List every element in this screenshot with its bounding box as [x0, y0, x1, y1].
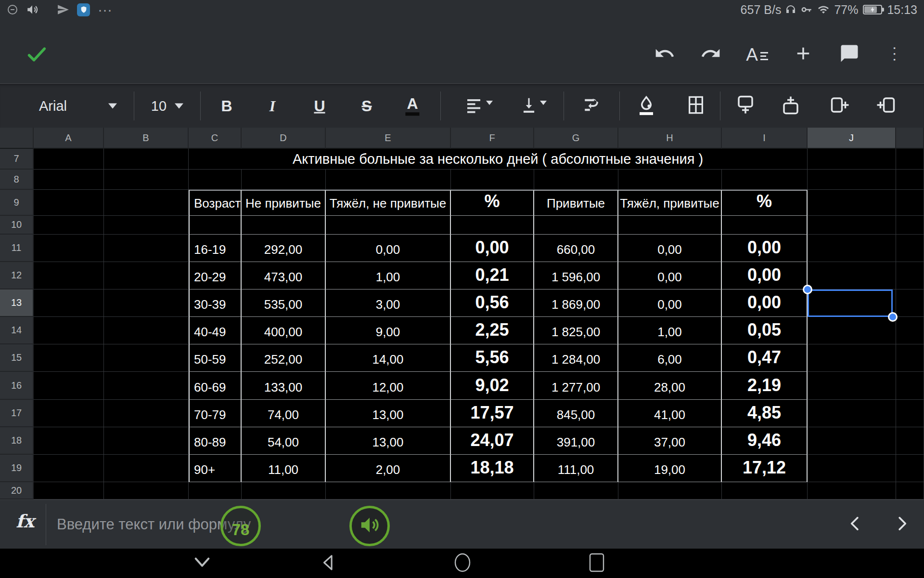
cell-H9[interactable]: Тяжёл, привитые — [618, 190, 722, 216]
cell-C13[interactable]: 30-39 — [189, 289, 242, 317]
text-color-button[interactable]: A — [405, 96, 419, 116]
cell-D9[interactable]: Не привитые — [242, 190, 326, 216]
cell-H11[interactable]: 0,00 — [618, 235, 722, 262]
cell-B14[interactable] — [104, 317, 189, 344]
cell-K9[interactable] — [896, 190, 924, 216]
cell-F11[interactable]: 0,00 — [451, 235, 534, 262]
cell-A11[interactable] — [34, 235, 104, 262]
cell-F9[interactable]: % — [451, 190, 534, 216]
cell-C18[interactable]: 80-89 — [189, 427, 242, 455]
cell-J17[interactable] — [808, 400, 896, 427]
redo-button[interactable] — [699, 41, 723, 67]
cell-G15[interactable]: 1 284,00 — [534, 344, 618, 372]
cell-F20[interactable] — [451, 482, 534, 499]
cell-A18[interactable] — [34, 427, 104, 455]
cell-A15[interactable] — [34, 344, 104, 372]
font-name-dropdown[interactable]: Arial — [39, 98, 67, 114]
column-header-A[interactable]: A — [34, 128, 104, 149]
cell-B8[interactable] — [104, 170, 189, 190]
column-header-H[interactable]: H — [618, 128, 722, 149]
row-header-20[interactable]: 20 — [0, 482, 34, 499]
home-button[interactable] — [446, 550, 479, 577]
cell-B18[interactable] — [104, 427, 189, 455]
cell-B9[interactable] — [104, 190, 189, 216]
cell-F14[interactable]: 2,25 — [451, 317, 534, 344]
cell-B13[interactable] — [104, 289, 189, 317]
cell-H10[interactable] — [618, 216, 722, 235]
row-header-19[interactable]: 19 — [0, 455, 34, 482]
cell-C17[interactable]: 70-79 — [189, 400, 242, 427]
cell-F17[interactable]: 17,57 — [451, 400, 534, 427]
cell-B19[interactable] — [104, 455, 189, 482]
cell-I12[interactable]: 0,00 — [722, 262, 808, 289]
cell-G17[interactable]: 845,00 — [534, 400, 618, 427]
cell-B7[interactable] — [104, 149, 189, 170]
font-size-caret-icon[interactable] — [175, 103, 183, 108]
cell-H13[interactable]: 0,00 — [618, 289, 722, 317]
row-header-14[interactable]: 14 — [0, 317, 34, 344]
cell-E18[interactable]: 13,00 — [326, 427, 451, 455]
formula-input[interactable] — [57, 500, 538, 549]
cell-D17[interactable]: 74,00 — [242, 400, 326, 427]
cell-G8[interactable] — [534, 170, 618, 190]
cell-K8[interactable] — [896, 170, 924, 190]
cell-E16[interactable]: 12,00 — [326, 372, 451, 400]
cell-J11[interactable] — [808, 235, 896, 262]
cell-I15[interactable]: 0,47 — [722, 344, 808, 372]
cell-J10[interactable] — [808, 216, 896, 235]
cell-D20[interactable] — [242, 482, 326, 499]
cell-J15[interactable] — [808, 344, 896, 372]
confirm-button[interactable] — [23, 42, 50, 67]
cell-C8[interactable] — [189, 170, 242, 190]
cell-B11[interactable] — [104, 235, 189, 262]
cell-I17[interactable]: 4,85 — [722, 400, 808, 427]
cell-A19[interactable] — [34, 455, 104, 482]
cell-G14[interactable]: 1 825,00 — [534, 317, 618, 344]
strikethrough-button[interactable]: S — [361, 97, 372, 115]
cell-G11[interactable]: 660,00 — [534, 235, 618, 262]
cell-K10[interactable] — [896, 216, 924, 235]
cell-C12[interactable]: 20-29 — [189, 262, 242, 289]
cell-J8[interactable] — [808, 170, 896, 190]
cell-G18[interactable]: 391,00 — [534, 427, 618, 455]
column-header-G[interactable]: G — [534, 128, 618, 149]
cell-F18[interactable]: 24,07 — [451, 427, 534, 455]
cell-D12[interactable]: 473,00 — [242, 262, 326, 289]
cell-C20[interactable] — [189, 482, 242, 499]
cell-D14[interactable]: 400,00 — [242, 317, 326, 344]
cell-H19[interactable]: 19,00 — [618, 455, 722, 482]
cell-C14[interactable]: 40-49 — [189, 317, 242, 344]
cell-G13[interactable]: 1 869,00 — [534, 289, 618, 317]
row-header-13[interactable]: 13 — [0, 289, 34, 317]
column-header-J[interactable]: J — [808, 128, 896, 149]
cell-I14[interactable]: 0,05 — [722, 317, 808, 344]
cell-H8[interactable] — [618, 170, 722, 190]
cell-G9[interactable]: Привитые — [534, 190, 618, 216]
cell-K11[interactable] — [896, 235, 924, 262]
row-header-11[interactable]: 11 — [0, 235, 34, 262]
cell-I19[interactable]: 17,12 — [722, 455, 808, 482]
cell-B17[interactable] — [104, 400, 189, 427]
cell-H12[interactable]: 0,00 — [618, 262, 722, 289]
row-header-17[interactable]: 17 — [0, 400, 34, 427]
cell-A10[interactable] — [34, 216, 104, 235]
cell-A8[interactable] — [34, 170, 104, 190]
row-header-7[interactable]: 7 — [0, 149, 34, 170]
overflow-menu-button[interactable]: ··· — [884, 41, 908, 67]
corner-cell[interactable] — [0, 128, 34, 149]
cell-J7[interactable] — [808, 149, 896, 170]
cell-K13[interactable] — [896, 289, 924, 317]
cell-F13[interactable]: 0,56 — [451, 289, 534, 317]
horizontal-align-button[interactable] — [465, 96, 493, 116]
cell-K12[interactable] — [896, 262, 924, 289]
cell-H18[interactable]: 37,00 — [618, 427, 722, 455]
insert-column-left-button[interactable] — [829, 95, 851, 117]
column-header-F[interactable]: F — [451, 128, 534, 149]
undo-button[interactable] — [653, 41, 677, 67]
cell-A12[interactable] — [34, 262, 104, 289]
cell-E10[interactable] — [326, 216, 451, 235]
cell-J12[interactable] — [808, 262, 896, 289]
cell-J14[interactable] — [808, 317, 896, 344]
cell-K14[interactable] — [896, 317, 924, 344]
cell-B20[interactable] — [104, 482, 189, 499]
